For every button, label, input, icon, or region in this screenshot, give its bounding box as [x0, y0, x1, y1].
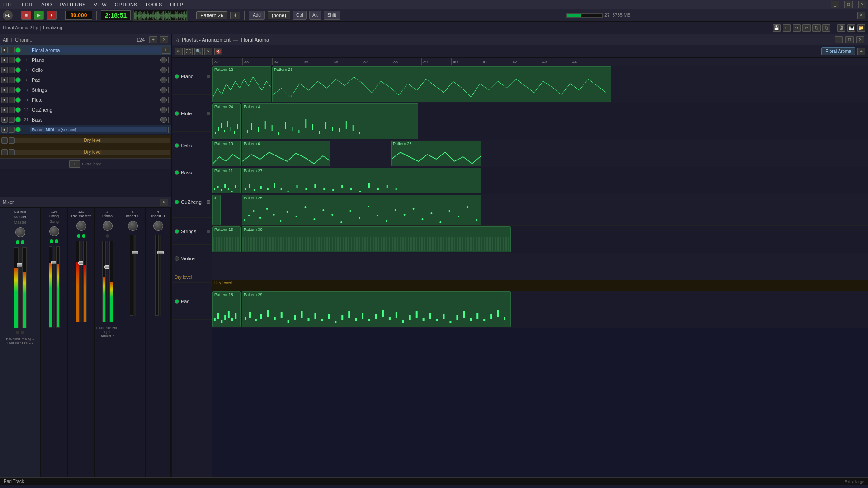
track-label-strings[interactable]: Strings: [172, 218, 212, 245]
ch-led-pad[interactable]: [15, 77, 21, 83]
ch-led-bass[interactable]: [15, 117, 21, 122]
mixer-piano-knob[interactable]: [103, 221, 113, 231]
ch-fader-strings[interactable]: [168, 87, 169, 93]
pattern-block-28[interactable]: Pattern 28: [391, 141, 481, 166]
ch-fader-guzheng[interactable]: [168, 107, 169, 113]
ch-power-bass[interactable]: ■: [1, 117, 8, 123]
channel-all-label[interactable]: All: [3, 37, 8, 42]
track-label-guzheng[interactable]: GuZheng: [172, 186, 212, 218]
ch-btn-guzheng2[interactable]: [9, 107, 15, 113]
track-led-strings[interactable]: [175, 229, 179, 234]
mixer-ins3-fader-handle[interactable]: [157, 251, 164, 254]
ch-power-pad[interactable]: ■: [1, 77, 8, 83]
bpm-display[interactable]: 80.000: [65, 11, 92, 20]
channel-row-cello[interactable]: ■ 6 Cello: [0, 65, 171, 75]
toolbar2-piano[interactable]: 🎹: [847, 24, 855, 32]
track-row-piano[interactable]: Pattern 12 Pattern 26: [212, 66, 868, 103]
track-row-bass[interactable]: Pattern 11: [212, 167, 868, 194]
track-collapse-flute[interactable]: [207, 112, 210, 115]
ch-fader-flute[interactable]: [168, 97, 169, 103]
menu-patterns[interactable]: PATTERNS: [59, 1, 87, 8]
track-row-strings[interactable]: Pattern 13 Pattern 30: [212, 226, 868, 253]
track-label-bass[interactable]: Bass: [172, 159, 212, 186]
ch-knob-cello[interactable]: [160, 67, 167, 73]
ch-power-btn[interactable]: ■: [1, 47, 8, 53]
pattern-block-18[interactable]: Pattern 18: [212, 291, 241, 327]
ch-name-flute[interactable]: Flute: [30, 97, 160, 103]
track-led-flute[interactable]: [175, 111, 179, 116]
pattern-block-26[interactable]: Pattern 26: [272, 66, 611, 102]
ch-knob-pad[interactable]: [160, 77, 167, 83]
ch-fader-cello[interactable]: [168, 67, 169, 73]
channel-row-strings[interactable]: ■ 7 Strings: [0, 85, 171, 95]
toolbar2-redo[interactable]: ↪: [793, 24, 801, 32]
pl-tool-mute[interactable]: 🔇: [214, 48, 222, 55]
ch-btn-dry2b[interactable]: [9, 149, 15, 155]
playlist-minimize[interactable]: _: [835, 36, 843, 43]
menu-tools[interactable]: TOOLS: [144, 1, 163, 8]
pattern-block-30[interactable]: Pattern 30: [242, 226, 511, 252]
ch-led-strings[interactable]: [15, 87, 21, 93]
menu-file[interactable]: FILE: [2, 1, 15, 8]
ch-led-floral[interactable]: [15, 47, 21, 53]
channel-rack-close[interactable]: ×: [160, 36, 168, 43]
record-button[interactable]: ●: [47, 11, 57, 20]
track-label-cello[interactable]: Cello: [172, 132, 212, 159]
pattern-block-24[interactable]: Pattern 24: [212, 103, 241, 139]
track-row-pad[interactable]: Pattern 18: [212, 291, 868, 328]
shift-button[interactable]: Shift: [324, 11, 340, 20]
track-row-guzheng[interactable]: 3 Pattern 25: [212, 194, 868, 226]
track-collapse-guzheng[interactable]: [207, 200, 210, 204]
toolbar2-cut[interactable]: ✂: [802, 24, 811, 32]
ch-led-piano-midi[interactable]: [15, 127, 21, 132]
ch-name-pad[interactable]: Pad: [30, 77, 160, 83]
pattern-block-4[interactable]: Pattern 4: [242, 103, 418, 139]
ch-btn-dry1[interactable]: [1, 137, 8, 144]
pl-tool-cut[interactable]: ✂: [204, 48, 212, 55]
channel-row-bass[interactable]: ■ 21 Bass: [0, 115, 171, 125]
mixer-song-knob[interactable]: [49, 226, 59, 236]
mixer-song-label[interactable]: Song: [42, 214, 66, 218]
track-row-flute[interactable]: Pattern 24: [212, 103, 868, 140]
playlist-maximize[interactable]: □: [845, 36, 854, 43]
ch-name-cello[interactable]: Cello: [30, 67, 160, 73]
ch-power-guzheng[interactable]: ■: [1, 107, 8, 113]
ch-fader-piano-midi[interactable]: [168, 127, 169, 133]
ch-power-strings[interactable]: ■: [1, 87, 8, 93]
ch-fader-bass[interactable]: [168, 117, 169, 123]
ch-power-piano[interactable]: ■: [1, 57, 8, 63]
ch-name-guzheng[interactable]: GuZheng: [30, 107, 160, 113]
ch-name-dry2[interactable]: Dry level: [15, 150, 170, 155]
toolbar2-save[interactable]: 💾: [773, 24, 781, 32]
track-collapse-piano[interactable]: [207, 75, 210, 78]
window-maximize[interactable]: □: [844, 1, 853, 8]
ch-led-piano[interactable]: [15, 57, 21, 63]
toolbar2-paste[interactable]: ⎗: [822, 24, 830, 32]
pl-add-pattern[interactable]: +: [857, 48, 865, 55]
ch-btn2[interactable]: [9, 47, 15, 53]
channel-row-flute[interactable]: ■ 11 Flute: [0, 95, 171, 105]
ch-btn-strings2[interactable]: [9, 87, 15, 93]
ch-knob-flute[interactable]: [160, 97, 167, 103]
channel-row-piano[interactable]: ■ 5 Piano: [0, 55, 171, 65]
mixer-master-knob[interactable]: [15, 227, 25, 237]
pattern-selector[interactable]: Pattern 26: [196, 11, 227, 19]
track-collapse-strings[interactable]: [207, 230, 210, 233]
menu-options[interactable]: OPTIONS: [113, 1, 139, 8]
track-label-violins[interactable]: Violins: [172, 245, 212, 272]
menu-view[interactable]: VIEW: [93, 1, 108, 8]
ch-name-dry1[interactable]: Dry level: [15, 138, 170, 143]
toolbar2-mixer[interactable]: 🎛: [837, 24, 845, 32]
ctrl-button[interactable]: Ctrl: [293, 11, 307, 20]
pattern-block-6[interactable]: Pattern 6: [242, 141, 330, 166]
ch-power-cello[interactable]: ■: [1, 67, 8, 73]
ch-led-cello[interactable]: [15, 67, 21, 73]
pattern-download[interactable]: ⬇: [230, 12, 240, 19]
channel-row-pad[interactable]: ■ 8 Pad: [0, 75, 171, 85]
ch-name-piano[interactable]: Piano: [30, 57, 160, 63]
ch-power-flute[interactable]: ■: [1, 97, 8, 103]
pattern-block-10[interactable]: Pattern 10: [212, 141, 241, 166]
mixer-premaster-label[interactable]: Pre master: [69, 214, 94, 218]
ch-btn-cello2[interactable]: [9, 67, 15, 73]
playlist-close[interactable]: ×: [856, 36, 864, 43]
